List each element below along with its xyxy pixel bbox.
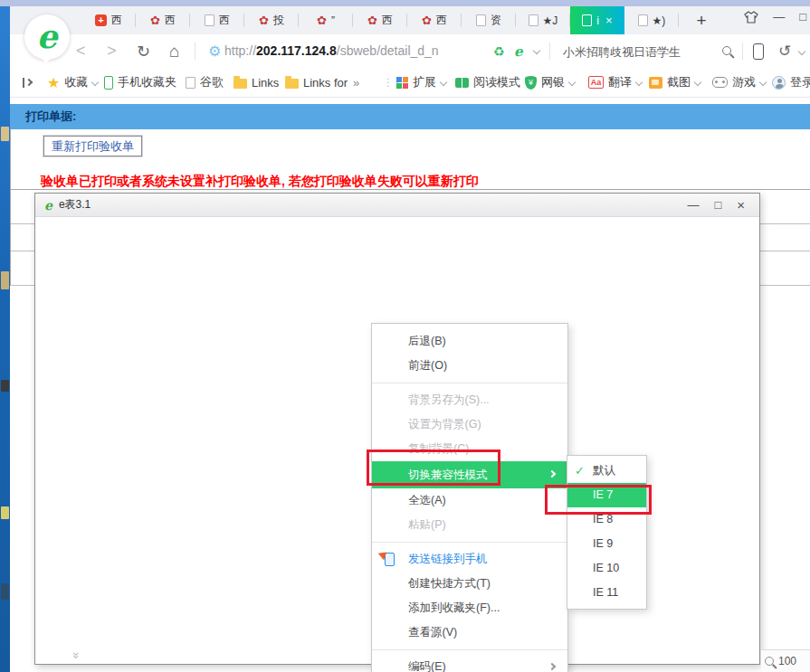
undo-icon[interactable]: ↺ bbox=[778, 34, 791, 68]
context-menu: 后退(B) 前进(O) 背景另存为(S)... 设置为背景(G) 复制背景(C)… bbox=[371, 323, 568, 672]
close-tab-icon[interactable]: × bbox=[605, 14, 613, 27]
divider bbox=[742, 43, 743, 60]
theme-skin-icon[interactable] bbox=[744, 11, 758, 24]
submenu-item-ie8[interactable]: IE 8 bbox=[567, 507, 646, 532]
submenu-item-ie9[interactable]: IE 9 bbox=[567, 532, 646, 556]
tab-strip: +西 ✿西 西 ✿投 ✿” ✿西 ✿西 资 ★J i× ★) bbox=[81, 6, 679, 34]
home-button[interactable]: ⌂ bbox=[169, 34, 179, 68]
flower-favicon-icon: ✿ bbox=[259, 14, 269, 26]
window-controls: — □ bbox=[744, 10, 806, 24]
browser-logo[interactable]: e bbox=[24, 14, 70, 60]
desktop-icon bbox=[1, 271, 9, 289]
bookmark-mobile-favorites[interactable]: 手机收藏夹 bbox=[104, 68, 176, 97]
search-icon[interactable] bbox=[722, 46, 731, 55]
chevron-down-icon bbox=[91, 79, 99, 86]
tab-active[interactable]: i× bbox=[570, 6, 624, 34]
chevron-down-icon[interactable] bbox=[533, 47, 540, 54]
games-button[interactable]: 游戏 bbox=[712, 68, 766, 97]
desktop-icon bbox=[1, 506, 9, 519]
page-title: 打印单据: bbox=[10, 104, 810, 129]
dialog-maximize-button[interactable]: □ bbox=[714, 198, 721, 212]
tab-label: 西 bbox=[219, 13, 230, 28]
dialog-close-button[interactable]: × bbox=[737, 197, 745, 213]
zoom-icon[interactable] bbox=[765, 657, 774, 666]
bookmarks-overflow[interactable]: » bbox=[353, 68, 359, 97]
forward-button[interactable]: > bbox=[107, 34, 117, 68]
no-trace-icon[interactable]: ♻ bbox=[493, 34, 505, 68]
tab[interactable]: ✿西 bbox=[136, 6, 190, 34]
menu-item-back[interactable]: 后退(B) bbox=[372, 329, 567, 354]
menu-item-encoding[interactable]: 编码(E) bbox=[372, 655, 567, 672]
reading-mode-button[interactable]: 阅读模式 bbox=[455, 68, 520, 97]
chevron-down-icon bbox=[568, 79, 576, 86]
tab[interactable]: ✿西 bbox=[353, 6, 407, 34]
menu-item-forward[interactable]: 前进(O) bbox=[372, 354, 567, 378]
screenshot-icon bbox=[649, 77, 662, 89]
page-favicon-icon bbox=[529, 14, 538, 26]
menu-item-select-all[interactable]: 全选(A) bbox=[372, 488, 567, 513]
menu-item-add-to-favorites[interactable]: 添加到收藏夹(F)... bbox=[372, 596, 567, 620]
tab-label: 西 bbox=[382, 13, 393, 28]
extensions-button[interactable]: 扩展 bbox=[396, 68, 446, 97]
tab[interactable]: 西 bbox=[190, 6, 244, 34]
flower-favicon-icon: ✿ bbox=[367, 14, 377, 26]
flower-favicon-icon: ✿ bbox=[150, 14, 160, 26]
new-tab-button[interactable]: + bbox=[690, 9, 713, 33]
url-scheme: http:// bbox=[224, 43, 256, 58]
tab[interactable]: ✿投 bbox=[244, 6, 299, 34]
dialog-minimize-button[interactable]: — bbox=[687, 198, 699, 212]
screenshot-button[interactable]: 截图 bbox=[649, 68, 700, 97]
check-icon: ✓ bbox=[575, 459, 585, 483]
chevron-down-icon bbox=[635, 79, 643, 86]
reprint-receipt-button[interactable]: 重新打印验收单 bbox=[43, 136, 142, 156]
url-field[interactable]: http://202.117.124.8/sbweb/detail_d_n bbox=[224, 43, 439, 58]
submenu-item-ie7[interactable]: IE 7 bbox=[567, 483, 646, 507]
chevron-down-icon[interactable] bbox=[798, 48, 805, 55]
submenu-item-ie10[interactable]: IE 10 bbox=[567, 556, 646, 581]
page-favicon-icon bbox=[582, 14, 592, 26]
maximize-button[interactable]: □ bbox=[799, 10, 806, 24]
submenu-item-ie11[interactable]: IE 11 bbox=[567, 581, 646, 605]
menu-item-create-shortcut[interactable]: 创建快捷方式(T) bbox=[372, 572, 567, 596]
tab[interactable]: ✿西 bbox=[407, 6, 462, 34]
menu-separator bbox=[372, 383, 567, 383]
tab-label: 西 bbox=[111, 13, 122, 28]
site-gear-icon[interactable]: ⚙ bbox=[208, 34, 221, 68]
tab[interactable]: +西 bbox=[81, 6, 136, 34]
table-border bbox=[10, 129, 11, 285]
submenu-arrow-icon bbox=[548, 662, 556, 669]
menu-item-send-link-to-phone[interactable]: 发送链接到手机 bbox=[372, 547, 567, 572]
submenu-item-default[interactable]: ✓默认 bbox=[567, 459, 646, 483]
address-bar: < > ↻ ⌂ ⚙ http://202.117.124.8/sbweb/det… bbox=[10, 34, 810, 68]
refresh-button[interactable]: ↻ bbox=[137, 34, 150, 68]
bookmark-favorites[interactable]: ★收藏 bbox=[47, 68, 98, 97]
menu-item-switch-compatibility-mode[interactable]: 切换兼容性模式 bbox=[372, 461, 567, 488]
menu-item-copy-background: 复制背景(C) bbox=[372, 437, 567, 461]
screen: +西 ✿西 西 ✿投 ✿” ✿西 ✿西 资 ★J i× ★) + — □ e <… bbox=[0, 0, 810, 672]
tab[interactable]: ★J bbox=[516, 6, 570, 34]
sidebar-toggle[interactable] bbox=[23, 68, 32, 97]
tab[interactable]: ✿” bbox=[299, 6, 353, 34]
bookmark-links-for-folder[interactable]: Links for bbox=[285, 68, 348, 97]
tab-label: i bbox=[596, 14, 599, 27]
dialog-titlebar[interactable]: e e表3.1 — □ × bbox=[35, 194, 759, 217]
menu-item-view-source[interactable]: 查看源(V) bbox=[372, 620, 567, 645]
online-banking-button[interactable]: ¥网银 bbox=[525, 68, 575, 97]
search-input[interactable]: 小米招聘歧视日语学生 bbox=[563, 44, 681, 61]
star-icon: ★ bbox=[47, 74, 60, 91]
login-button[interactable]: 登录 bbox=[772, 68, 810, 97]
zoom-level: 100 bbox=[778, 655, 796, 667]
mobile-phone-icon bbox=[104, 76, 113, 90]
tab[interactable]: ★) bbox=[624, 6, 679, 34]
tab-label: ★J bbox=[543, 14, 558, 27]
compatibility-mode-icon[interactable]: e bbox=[514, 34, 523, 68]
phone-icon[interactable] bbox=[753, 43, 764, 60]
bookmark-links-folder[interactable]: Links bbox=[233, 68, 279, 97]
double-chevron-down-icon[interactable]: » bbox=[70, 652, 83, 658]
translate-button[interactable]: Aa翻译 bbox=[588, 68, 642, 97]
chevron-down-icon bbox=[694, 79, 701, 86]
minimize-button[interactable]: — bbox=[773, 10, 785, 24]
bookmark-google[interactable]: 谷歌 bbox=[186, 68, 224, 97]
back-button[interactable]: < bbox=[76, 34, 86, 68]
tab[interactable]: 资 bbox=[462, 6, 516, 34]
